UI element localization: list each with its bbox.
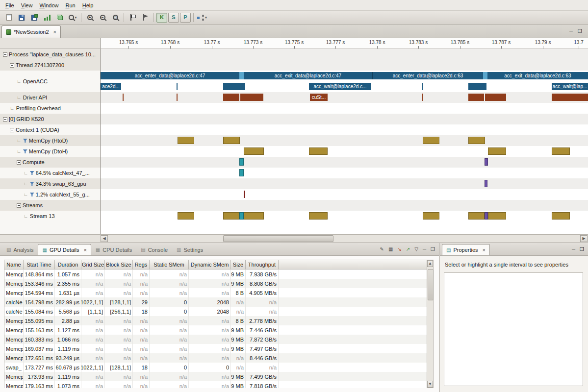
table-row[interactable]: Memcp153.346 ms2.355 msn/an/an/an/an/a9 … (4, 279, 427, 288)
table-row[interactable]: calcNe155.084 ms5.568 µs[1,1,1][256,1,1]… (4, 307, 427, 316)
timeline-bar[interactable] (488, 212, 506, 220)
tab-properties[interactable]: ▤ Properties × (442, 244, 490, 255)
timeline-bar[interactable] (178, 212, 194, 220)
column-header-grid-size[interactable]: Grid Size (81, 260, 105, 269)
scroll-left-icon[interactable]: ◀ (101, 235, 108, 242)
timeline-bar[interactable] (223, 212, 239, 220)
table-row[interactable]: Memcp148.864 ms1.057 msn/an/an/an/an/a9 … (4, 270, 427, 279)
timeline-bar[interactable] (239, 72, 244, 79)
table-row[interactable]: Memcp169.037 ms1.119 msn/an/an/an/an/a9 … (4, 344, 427, 353)
timeline-bar[interactable] (240, 94, 263, 101)
table-row[interactable]: Memcp155.095 ms2.88 µsn/an/an/an/an/a8 B… (4, 316, 427, 325)
timeline-bar[interactable] (468, 212, 485, 220)
profile-application-button[interactable] (41, 12, 53, 24)
tree-row[interactable]: ∟Stream 13 (0, 211, 100, 221)
collapse-toggle-icon[interactable] (17, 160, 21, 165)
find-dropdown-button[interactable]: ▾ (67, 12, 78, 24)
collapse-toggle-icon[interactable] (10, 128, 14, 132)
tree-row[interactable]: ∟MemCpy (HtoD) (0, 135, 100, 146)
timeline-bar[interactable] (244, 212, 264, 220)
stream-color-toggle-button[interactable]: S (168, 13, 179, 23)
table-row[interactable]: Memcp160.383 ms1.066 msn/an/an/an/an/a9 … (4, 335, 427, 344)
timeline-bar[interactable] (223, 137, 240, 144)
timeline-bar[interactable] (483, 72, 487, 79)
menu-item-window[interactable]: Window (36, 1, 62, 10)
timeline-bar[interactable] (239, 158, 244, 166)
menu-item-view[interactable]: View (18, 1, 36, 10)
timeline-bar[interactable]: acc_wait@laplace2d.c... (309, 83, 371, 90)
column-header-size[interactable]: Size (231, 260, 246, 269)
timeline-bar[interactable] (488, 147, 506, 155)
timeline-bar[interactable] (244, 147, 264, 155)
tab-settings[interactable]: ▥Settings (172, 244, 207, 255)
timeline-bar[interactable] (309, 147, 328, 155)
scroll-right-icon[interactable]: ▶ (580, 235, 588, 242)
collapse-toggle-icon[interactable] (10, 63, 14, 68)
timeline-bar[interactable] (177, 83, 178, 90)
edit-button[interactable]: ✎ (380, 246, 384, 252)
column-header-spacer[interactable] (279, 260, 427, 269)
tree-row[interactable]: ∟64.5% calcNext_47_... (0, 168, 100, 178)
column-header-dynamic-smem[interactable]: Dynamic SMem (189, 260, 231, 269)
collapse-toggle-icon[interactable] (3, 52, 7, 57)
timeline-bar[interactable]: acc_exit_data@laplace2d.c:47 (244, 72, 372, 79)
view-menu-button[interactable]: ▽ (414, 246, 418, 252)
zoom-reset-button[interactable]: □ (109, 12, 121, 24)
timeline-bar[interactable] (468, 137, 485, 144)
tree-row[interactable]: Thread 2741307200 (0, 60, 100, 71)
table-row[interactable]: Memcp172.651 ms93.249 µsn/an/an/an/an/an… (4, 353, 427, 363)
tree-row[interactable]: ∟1.2% calcNext_55_g... (0, 189, 100, 200)
tree-row[interactable]: Context 1 (CUDA) (0, 124, 100, 135)
collapse-toggle-icon[interactable] (17, 203, 21, 208)
menu-item-help[interactable]: Help (79, 1, 97, 10)
collapse-toggle-icon[interactable] (3, 117, 7, 122)
timeline-bar[interactable] (177, 94, 178, 101)
table-row[interactable]: swap_173.727 ms60.678 µs1022,1,1][128,1,… (4, 363, 427, 372)
tree-row[interactable]: ∟34.3% swap_63_gpu (0, 178, 100, 189)
minimize-button[interactable]: ─ (423, 246, 426, 252)
timeline-bar[interactable] (223, 94, 239, 101)
timeline-bar[interactable]: acc_wait@lap... (552, 83, 588, 90)
column-header-name[interactable]: Name (4, 260, 24, 269)
scroll-down-icon[interactable]: ▼ (427, 381, 433, 388)
timeline-bar[interactable]: ace2d... (101, 83, 121, 90)
table-row[interactable]: Memcp154.594 ms1.631 µsn/an/an/an/an/a8 … (4, 288, 427, 297)
open-session-button[interactable] (16, 12, 27, 24)
maximize-icon[interactable]: ❒ (580, 246, 584, 252)
tree-row[interactable]: Streams (0, 200, 100, 211)
minimize-icon[interactable]: ─ (572, 246, 575, 252)
table-row[interactable]: Memcp179.163 ms1.073 msn/an/an/an/an/a9 … (4, 381, 427, 388)
menu-item-run[interactable]: Run (62, 1, 79, 10)
timeline-bar[interactable] (423, 137, 439, 144)
scroll-thumb[interactable] (223, 235, 333, 242)
timeline-bar[interactable]: acc_enter_data@laplace2d.c:47 (101, 72, 239, 79)
mark-range-button[interactable] (127, 12, 138, 24)
timeline-bar[interactable] (468, 83, 486, 90)
tab-close-icon[interactable]: × (53, 29, 56, 35)
tab-analysis[interactable]: ▧Analysis (2, 244, 38, 255)
timeline-bar[interactable] (485, 94, 506, 101)
timeline-bar[interactable]: acc_exit_data@laplace2d.c:63 (487, 72, 588, 79)
scroll-thumb[interactable] (428, 269, 434, 300)
import-button[interactable]: ↘ (397, 246, 401, 252)
analysis-dropdown-button[interactable]: ▾ (196, 12, 208, 24)
timeline-bar[interactable] (552, 147, 570, 155)
timeline-bar[interactable] (309, 212, 328, 220)
table-vertical-scrollbar[interactable]: ▲ ▼ (427, 260, 434, 388)
column-header-static-smem[interactable]: Static SMem (150, 260, 189, 269)
timeline-bar[interactable] (244, 191, 245, 198)
goto-marker-button[interactable] (139, 12, 151, 24)
table-row[interactable]: calcNe154.798 ms282.99 µs1022,1,1][128,1… (4, 297, 427, 307)
timeline-bar[interactable] (485, 212, 488, 220)
timeline-bar[interactable]: cuSt... (310, 94, 328, 101)
column-header-block-size[interactable]: Block Size (105, 260, 133, 269)
tab-console[interactable]: ▤Console (136, 244, 172, 255)
column-header-throughput[interactable]: Throughput (246, 260, 279, 269)
tab-gpu-details[interactable]: ▦GPU Details× (38, 244, 91, 255)
tree-row[interactable]: ∟Driver API (0, 92, 100, 103)
table-row[interactable]: Memcp173.93 ms1.119 msn/an/an/an/an/a9 M… (4, 372, 427, 381)
zoom-in-button[interactable]: + (84, 12, 96, 24)
timeline-bar[interactable] (485, 158, 488, 166)
timeline-bar[interactable] (552, 94, 588, 101)
column-header-regs[interactable]: Regs (133, 260, 150, 269)
